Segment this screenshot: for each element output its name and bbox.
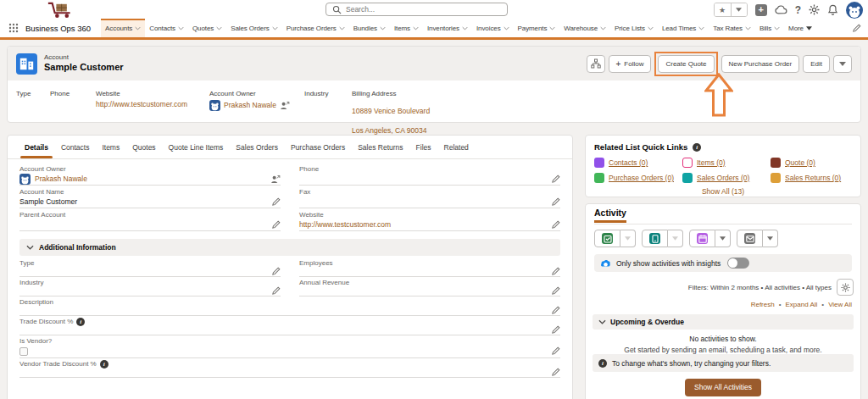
edit-pencil-icon[interactable] [271,267,281,276]
tab-items[interactable]: Items [102,136,120,158]
edit-pencil-icon[interactable] [551,220,560,230]
info-icon[interactable]: i [76,318,85,326]
nav-item-lead-times[interactable]: Lead Times [658,19,709,37]
global-actions-button[interactable]: + [755,4,767,16]
edit-pencil-icon[interactable] [551,175,560,184]
email-caret-button[interactable] [763,230,778,247]
section-additional-information[interactable]: Additional Information [19,239,560,256]
edit-pencil-icon[interactable] [271,286,281,296]
edit-pencil-icon[interactable] [551,346,560,356]
website-link[interactable]: http://www.testcustomer.com [299,220,391,229]
more-actions-caret-button[interactable] [833,55,852,73]
change-owner-icon[interactable] [280,101,290,110]
edit-pencil-icon[interactable] [271,220,281,230]
nav-item-tax-rates[interactable]: Tax Rates [709,19,755,37]
edit-pencil-icon[interactable] [551,368,560,377]
new-task-caret-button[interactable] [620,230,636,247]
expand-all-link[interactable]: Expand All [786,301,818,308]
nav-item-inventories[interactable]: Inventories [423,19,472,37]
quicklink-quote[interactable]: Quote (0) [771,158,852,168]
tab-contacts[interactable]: Contacts [61,136,90,158]
tab-quote-line-items[interactable]: Quote Line Items [169,136,224,158]
filter-gear-icon [841,283,850,292]
is-vendor-checkbox[interactable] [19,347,28,356]
tab-sales-orders[interactable]: Sales Orders [236,136,278,158]
edit-pencil-icon[interactable] [551,197,560,207]
edit-pencil-icon[interactable] [551,306,560,315]
tab-files[interactable]: Files [416,136,431,158]
edit-pencil-icon[interactable] [551,286,560,296]
nav-item-purchase-orders[interactable]: Purchase Orders [282,19,349,37]
view-all-link[interactable]: View All [828,301,852,308]
nav-item-accounts[interactable]: Accounts [101,19,145,37]
app-launcher-icon[interactable] [8,23,19,33]
quicklink-contacts[interactable]: Contacts (0) [594,158,682,168]
email-button[interactable] [737,230,763,247]
tab-quotes[interactable]: Quotes [132,136,155,158]
filters-settings-button[interactable] [837,279,854,296]
quicklink-purchase-orders[interactable]: Purchase Orders (0) [594,173,682,183]
tab-details[interactable]: Details [25,136,48,158]
log-a-call-button[interactable] [642,230,668,247]
nav-personalization-pencil-icon[interactable] [852,24,861,33]
log-a-call-caret-button[interactable] [668,230,683,247]
account-owner-link[interactable]: Prakash Nawale [224,101,276,111]
user-avatar[interactable] [846,2,863,19]
guidance-cloud-icon[interactable] [775,5,787,14]
tab-related[interactable]: Related [444,136,469,158]
help-icon[interactable]: ? [795,4,801,16]
change-owner-icon[interactable] [270,175,281,184]
create-quote-button[interactable]: Create Quote [658,55,714,73]
nav-item-warehouse[interactable]: Warehouse [559,19,610,37]
edit-pencil-icon[interactable] [551,325,560,335]
refresh-link[interactable]: Refresh [751,301,775,308]
tab-purchase-orders[interactable]: Purchase Orders [291,136,345,158]
setup-gear-icon[interactable] [809,4,820,15]
nav-item-bills[interactable]: Bills [755,19,784,37]
nav-item-items[interactable]: Items [390,19,423,37]
app-navigation-bar: Business Ops 360 Accounts Contacts Quote… [0,19,868,40]
nav-item-contacts[interactable]: Contacts [145,19,188,37]
tab-activity[interactable]: Activity [594,208,626,223]
edit-pencil-icon[interactable] [551,267,560,276]
empty-state-title: No activities to show. [586,334,860,345]
chevron-down-icon [504,26,509,30]
new-event-caret-button[interactable] [715,230,731,247]
insights-toggle[interactable] [727,258,749,269]
nav-item-invoices[interactable]: Invoices [472,19,514,37]
edit-button[interactable]: Edit [803,55,830,73]
plus-icon: + [616,59,621,69]
chevron-down-icon [380,26,386,30]
new-purchase-order-button[interactable]: New Purchase Order [721,55,800,73]
new-task-button[interactable] [594,230,620,247]
nav-item-payments[interactable]: Payments [514,19,560,37]
nav-item-bundles[interactable]: Bundles [349,19,390,37]
info-icon[interactable]: i [100,360,108,369]
edit-pencil-icon[interactable] [271,197,281,207]
tip-text: To change what's shown, try changing you… [612,359,771,368]
info-icon[interactable]: i [693,143,701,152]
global-search[interactable] [326,3,508,16]
quicklink-sales-orders[interactable]: Sales Orders (0) [682,173,771,183]
show-all-link[interactable]: Show All (13) [702,187,744,196]
follow-button[interactable]: +Follow [609,55,652,73]
new-event-button[interactable] [689,230,715,247]
website-link[interactable]: http://www.testcustomer.com [96,100,187,110]
nav-item-price-lists[interactable]: Price Lists [610,19,658,37]
quicklink-items[interactable]: Items (0) [682,158,771,168]
notifications-bell-icon[interactable] [827,4,838,15]
org-chart-button[interactable] [587,55,605,73]
favorites-star-button[interactable]: ★ [715,3,731,16]
account-owner-link[interactable]: Prakash Nawale [35,175,87,183]
nav-item-quotes[interactable]: Quotes [188,19,226,37]
log-a-call-button-group [642,230,683,247]
favorites-caret-button[interactable] [731,3,747,16]
record-detail-panel: Details Contacts Items Quotes Quote Line… [7,135,573,399]
section-upcoming-overdue[interactable]: Upcoming & Overdue [593,314,854,330]
nav-item-sales-orders[interactable]: Sales Orders [226,19,281,37]
show-all-activities-button[interactable]: Show All Activities [685,379,761,396]
search-input[interactable] [346,5,501,14]
nav-item-more[interactable]: More [784,19,816,37]
quicklink-sales-returns[interactable]: Sales Returns (0) [771,173,852,183]
tab-sales-returns[interactable]: Sales Returns [358,136,403,158]
